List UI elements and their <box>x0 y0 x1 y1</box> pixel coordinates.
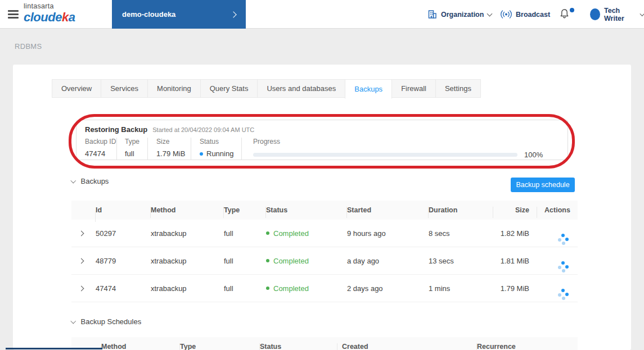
backups-table: Id Method Type Status Started Duration S… <box>71 201 578 302</box>
user-avatar <box>590 8 600 20</box>
column-type: Type <box>180 343 260 350</box>
logo-cloudeka: cloudeka <box>24 11 75 24</box>
tab-backups[interactable]: Backups <box>345 79 392 99</box>
backups-section-toggle[interactable]: Backups <box>71 177 109 185</box>
field-progress: Progress 100% <box>242 138 559 160</box>
column-type: Type <box>224 206 266 214</box>
row-expand-button[interactable] <box>71 231 96 235</box>
backup-schedules-section-title: Backup Schedules <box>81 317 142 326</box>
table-row[interactable]: 47474 xtrabackup full Completed 2 days a… <box>71 275 578 302</box>
status-running-badge: Running <box>200 149 241 158</box>
field-size: Size 1.79 MiB <box>148 138 191 160</box>
status-completed-badge: Completed <box>266 229 347 238</box>
column-status: Status <box>260 343 337 350</box>
brand-logo: lintasarta cloudeka <box>24 3 75 24</box>
row-expand-button[interactable] <box>71 287 96 290</box>
table-row[interactable]: 48779 xtrabackup full Completed a day ag… <box>71 247 578 275</box>
status-dot-icon <box>266 259 269 262</box>
tab-overview[interactable]: Overview <box>52 79 101 98</box>
status-dot-icon <box>266 287 269 290</box>
rdbms-detail-card: Overview Services Monitoring Query Stats… <box>13 65 631 350</box>
backups-section-title: Backups <box>81 177 109 185</box>
status-completed-badge: Completed <box>266 257 347 265</box>
broadcast-menu[interactable]: Broadcast <box>501 0 550 29</box>
restoring-backup-panel: Restoring Backup Started at 20/04/2022 0… <box>76 120 568 160</box>
column-size: Size <box>493 206 537 214</box>
backup-schedules-section-toggle[interactable]: Backup Schedules <box>71 317 141 326</box>
tab-query-stats[interactable]: Query Stats <box>200 79 258 98</box>
menu-icon[interactable] <box>8 10 19 19</box>
broadcast-icon <box>501 10 512 19</box>
column-status: Status <box>266 206 347 214</box>
tab-users-and-databases[interactable]: Users and databases <box>257 79 345 98</box>
tab-firewall[interactable]: Firewall <box>391 79 436 98</box>
restoring-backup-title: Restoring Backup <box>85 125 147 134</box>
organization-building-icon <box>427 10 437 19</box>
user-name: Tech Writer <box>604 7 637 22</box>
column-method: Method <box>101 343 180 350</box>
broadcast-label: Broadcast <box>516 11 550 19</box>
breadcrumb: RDBMS <box>15 42 42 51</box>
tab-services[interactable]: Services <box>101 79 148 98</box>
progress-percent: 100% <box>524 151 543 159</box>
project-selector-button[interactable]: demo-cloudeka <box>112 0 246 29</box>
status-dot-icon <box>200 152 203 156</box>
status-dot-icon <box>266 231 269 235</box>
column-duration: Duration <box>429 206 493 214</box>
status-completed-badge: Completed <box>266 284 347 293</box>
chevron-right-icon <box>230 11 236 17</box>
row-expand-button[interactable] <box>71 259 96 263</box>
tab-monitoring[interactable]: Monitoring <box>147 79 201 98</box>
chevron-down-icon <box>71 178 76 183</box>
organization-label: Organization <box>441 11 484 19</box>
column-recurrence: Recurrence <box>477 343 578 350</box>
field-status: Status Running <box>191 138 242 160</box>
field-type: Type full <box>117 138 148 160</box>
detail-tabs: Overview Services Monitoring Query Stats… <box>52 79 481 99</box>
logo-lintasarta: lintasarta <box>24 3 75 10</box>
top-navbar: lintasarta cloudeka demo-cloudeka Organi… <box>0 0 644 29</box>
organization-menu[interactable]: Organization <box>427 0 492 29</box>
user-menu[interactable]: Tech Writer <box>590 0 644 29</box>
column-actions: Actions <box>537 206 578 214</box>
notifications-button[interactable] <box>560 8 574 22</box>
field-backup-id: Backup ID 47474 <box>85 138 117 160</box>
column-created: Created <box>337 343 477 350</box>
chevron-down-icon <box>71 318 76 323</box>
notification-badge <box>570 8 574 12</box>
bell-icon <box>560 8 569 19</box>
schedules-table-header: Method Type Status Created Recurrence <box>71 337 578 350</box>
column-started: Started <box>347 206 429 214</box>
backups-table-header: Id Method Type Status Started Duration S… <box>71 201 578 220</box>
restoring-backup-started-at: Started at 20/04/2022 09:04 AM UTC <box>152 126 254 133</box>
column-id: Id <box>96 206 151 214</box>
column-method: Method <box>151 206 224 214</box>
bottom-edge-line <box>6 348 102 349</box>
table-row[interactable]: 50297 xtrabackup full Completed 9 hours … <box>71 220 578 247</box>
backup-schedule-button[interactable]: Backup schedule <box>511 178 575 192</box>
chevron-down-icon <box>487 11 493 16</box>
tab-settings[interactable]: Settings <box>435 79 481 98</box>
backup-schedules-table: Method Type Status Created Recurrence <box>71 337 578 350</box>
project-name: demo-cloudeka <box>122 10 175 19</box>
chevron-down-icon <box>640 11 644 16</box>
progress-bar <box>253 153 517 157</box>
